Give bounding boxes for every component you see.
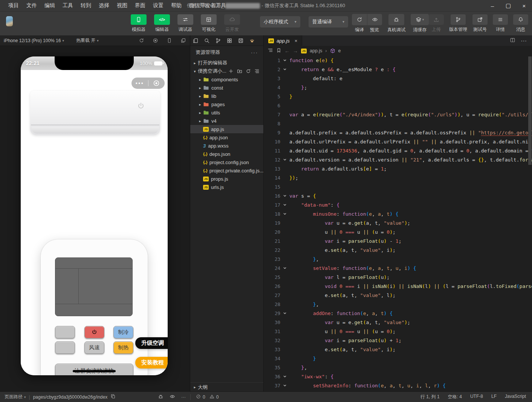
tree-folder-v4[interactable]: ▸v4 <box>190 117 263 125</box>
nav-back-icon[interactable]: ← <box>284 48 290 54</box>
menu-item-3[interactable]: 工具 <box>59 2 77 9</box>
toolbar-button-版本管理[interactable]: 版本管理 <box>449 14 467 33</box>
tree-file-project.private.config.js...[interactable]: {..}project.private.config.js... <box>190 166 263 175</box>
fold-chevron-icon[interactable] <box>280 67 289 71</box>
toolbar-button-真机调试[interactable]: 真机调试 <box>387 14 405 33</box>
tree-folder-pages[interactable]: ▸pages <box>190 100 263 108</box>
tree-section-open-editors[interactable]: ▸打开的编辑器 <box>190 59 263 67</box>
indent-setting[interactable]: 空格: 4 <box>448 394 462 400</box>
tab-app-js[interactable]: JS app.js × <box>264 35 302 46</box>
record-icon[interactable] <box>153 38 158 43</box>
save-icon[interactable] <box>238 38 244 44</box>
maximize-icon[interactable]: ▢ <box>500 0 516 11</box>
menu-item-0[interactable]: 项目 <box>5 2 23 9</box>
cursor-position[interactable]: 行 1, 列 1 <box>420 394 440 400</box>
toolbar-button-上传[interactable]: 上传 <box>429 14 444 33</box>
remote-button-power[interactable] <box>84 326 104 338</box>
menu-item-7[interactable]: 界面 <box>131 2 149 9</box>
more-icon[interactable]: ●●● <box>131 81 148 85</box>
device-select[interactable]: iPhone 12/13 (Pro) 100% 16 ▾ <box>4 38 64 43</box>
remote-button-blank[interactable] <box>55 341 75 354</box>
refresh-icon[interactable] <box>246 69 251 74</box>
toolbar-button-编辑器[interactable]: </>编辑器 <box>152 14 172 33</box>
multi-window-icon[interactable] <box>180 38 186 43</box>
more-icon[interactable]: ⋯ <box>521 37 527 44</box>
hot-reload-toggle[interactable]: 热重载 开 ▾ <box>76 37 99 44</box>
remote-button-blank[interactable] <box>55 326 75 338</box>
mode-select[interactable]: 小程序模式 ▾ <box>260 16 300 27</box>
outline-list-icon[interactable] <box>268 47 273 54</box>
minimize-icon[interactable]: – <box>485 0 500 11</box>
encoding[interactable]: UTF-8 <box>470 394 483 400</box>
new-file-icon[interactable] <box>228 69 234 74</box>
toolbar-button-详情[interactable]: 详情 <box>493 14 508 33</box>
menu-item-10[interactable]: 微信开发者工具 <box>185 2 230 9</box>
toolbar-button-调试器[interactable]: 调试器 <box>176 14 195 33</box>
bookmark-icon[interactable] <box>276 48 281 54</box>
menu-item-9[interactable]: 帮助 <box>167 2 185 9</box>
fold-chevron-icon[interactable] <box>280 158 289 161</box>
split-editor-icon[interactable] <box>510 37 515 44</box>
collapse-all-icon[interactable] <box>254 69 260 74</box>
floating-badge-升级空调[interactable]: 升级空调 <box>135 337 168 349</box>
compile-select[interactable]: 普通编译 ▾ <box>309 16 348 27</box>
device-icon[interactable] <box>167 38 172 43</box>
menu-item-8[interactable]: 设置 <box>149 2 167 9</box>
menu-item-5[interactable]: 选择 <box>95 2 113 9</box>
more-icon[interactable]: ··· <box>251 50 258 55</box>
tree-file-urls.js[interactable]: JSurls.js <box>190 183 263 191</box>
git-branch-icon[interactable] <box>215 38 221 44</box>
rotate-icon[interactable] <box>139 38 144 43</box>
tree-file-project.config.json[interactable]: {..}project.config.json <box>190 158 263 166</box>
files-icon[interactable] <box>193 38 199 44</box>
outline-section[interactable]: ▸ 大纲 <box>190 382 263 391</box>
share-button[interactable]: 让群友凉快凉快 <box>55 364 133 375</box>
tree-file-app.js[interactable]: JSapp.js <box>190 125 263 133</box>
code-editor[interactable]: 1function e(e) {2 return e && e.__esModu… <box>264 56 532 391</box>
exit-circle-icon[interactable] <box>148 80 165 87</box>
tree-folder-utils[interactable]: ▸utils <box>190 108 263 117</box>
tree-file-app.wxss[interactable]: 3app.wxss <box>190 142 263 150</box>
eye-icon[interactable] <box>170 394 175 400</box>
toolbar-button-清缓存[interactable]: ▾清缓存 <box>411 14 429 33</box>
tree-file-app.json[interactable]: {..}app.json <box>190 133 263 142</box>
fold-chevron-icon[interactable] <box>280 384 289 387</box>
remote-button-制冷[interactable]: 制冷 <box>113 326 133 338</box>
avatar[interactable] <box>6 16 13 26</box>
problems-indicator[interactable]: 0 0 <box>190 394 264 400</box>
grid-icon[interactable] <box>226 38 232 44</box>
language-mode[interactable]: JavaScript <box>505 394 526 400</box>
close-icon[interactable]: × <box>295 38 298 44</box>
search-icon[interactable] <box>204 38 210 44</box>
editor-scrollbar[interactable] <box>527 56 532 391</box>
fold-chevron-icon[interactable] <box>280 375 289 378</box>
tree-folder-const[interactable]: ▸const <box>190 84 263 92</box>
fold-chevron-icon[interactable] <box>280 194 289 198</box>
breadcrumb-symbol[interactable]: e <box>338 48 341 53</box>
remote-button-风速[interactable]: 风速 <box>84 341 104 354</box>
nav-forward-icon[interactable]: → <box>293 48 298 54</box>
toolbar-button-预览[interactable]: 预览 <box>367 14 382 33</box>
scrollbar-thumb[interactable] <box>528 56 532 165</box>
tree-file-props.js[interactable]: JSprops.js <box>190 175 263 183</box>
toolbar-button-模拟器[interactable]: 模拟器 <box>129 14 148 33</box>
debug-icon[interactable] <box>158 394 164 400</box>
tree-section-project[interactable]: ▾便携空调小... <box>190 67 263 75</box>
menu-item-6[interactable]: 视图 <box>113 2 131 9</box>
menu-item-1[interactable]: 文件 <box>23 2 41 9</box>
more-icon[interactable]: ··· <box>181 394 186 400</box>
paw-icon[interactable] <box>249 38 255 44</box>
page-path-select[interactable]: 页面路径 ▾ <box>5 394 26 400</box>
toolbar-button-测试号[interactable]: 测试号 <box>472 14 488 33</box>
menu-item-2[interactable]: 编辑 <box>41 2 59 9</box>
tree-folder-lib[interactable]: ▸lib <box>190 92 263 100</box>
fold-chevron-icon[interactable] <box>280 266 289 270</box>
menu-item-4[interactable]: 转到 <box>77 2 95 9</box>
new-folder-icon[interactable] <box>237 69 242 74</box>
fold-chevron-icon[interactable] <box>280 58 289 62</box>
tree-file-deps.json[interactable]: {..}deps.json <box>190 150 263 158</box>
remote-button-制热[interactable]: 制热 <box>113 341 133 354</box>
toolbar-button-编译[interactable]: 编译 <box>352 14 367 33</box>
fold-chevron-icon[interactable] <box>280 311 289 315</box>
close-icon[interactable]: × <box>516 0 532 11</box>
